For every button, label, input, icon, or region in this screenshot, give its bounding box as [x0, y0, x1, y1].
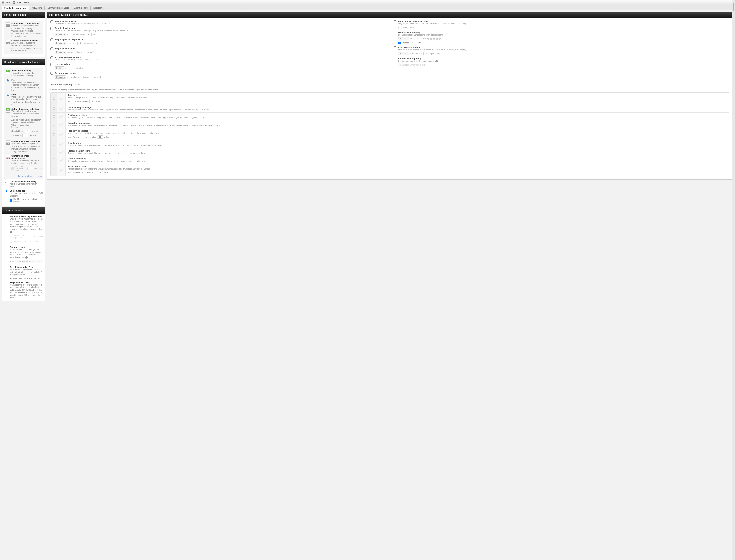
- evp-help-icon[interactable]: ?: [435, 60, 438, 62]
- lvc-select[interactable]: Require: [398, 52, 409, 55]
- save-button[interactable]: Save: [2, 1, 10, 4]
- rd-mid: approved documents during assignment: [67, 76, 101, 78]
- reo-amt-input[interactable]: [415, 26, 426, 29]
- rvr-select[interactable]: Require: [398, 37, 409, 40]
- uoa-toggle[interactable]: OFF: [6, 140, 10, 145]
- reo-checkbox[interactable]: [394, 20, 396, 23]
- drag-handle-icon[interactable]: [51, 148, 57, 156]
- drag-handle-icon[interactable]: [51, 120, 57, 128]
- lvc-input[interactable]: [423, 52, 429, 55]
- drag-handle-icon[interactable]: [51, 93, 57, 105]
- allow-bid-toggle[interactable]: ON: [6, 70, 10, 74]
- star-icon[interactable]: [427, 38, 430, 40]
- cfp-radio[interactable]: [5, 190, 7, 192]
- rvr-stars[interactable]: [427, 38, 441, 40]
- swf-item[interactable]: Quality ratingA compiled rating that is …: [51, 140, 729, 148]
- swf-item[interactable]: Revision turn timeNumber of hours betwee…: [51, 164, 729, 176]
- scrollbar[interactable]: ▲: [732, 0, 735, 560]
- swf-item[interactable]: Proximity to subjectvendors located clos…: [51, 128, 729, 140]
- lvc-title: Limit vendor capacity: [398, 46, 729, 49]
- swf-item[interactable]: Rework percentageThe number of assignmen…: [51, 156, 729, 164]
- scrollbar-thumb[interactable]: [733, 3, 734, 11]
- tab-amc-firms[interactable]: AMC/Firms: [29, 6, 45, 10]
- sel-most-input[interactable]: [22, 134, 28, 137]
- swf-content: Professionalism ratingA compiled rating …: [66, 148, 729, 156]
- swf-item[interactable]: Expiration percentageThe number of order…: [51, 120, 729, 128]
- rsv-mid: assignment to a vendor on staff: [67, 51, 93, 53]
- us-checkbox[interactable]: [50, 63, 53, 66]
- date-lock-icon[interactable]: [6, 94, 9, 96]
- swf-extra-input[interactable]: [97, 171, 103, 174]
- swf-item[interactable]: Acceptance percentageThe percentage of o…: [51, 105, 729, 112]
- configure-auto-link[interactable]: Configure automatic settings: [17, 175, 42, 177]
- sgp-help-icon[interactable]: ?: [25, 256, 28, 259]
- tab-inspectors[interactable]: Inspectors: [90, 6, 105, 10]
- drag-handle-icon[interactable]: [51, 128, 57, 140]
- rd-checkbox[interactable]: [50, 72, 53, 75]
- swf-item-desc: The percentage of orders that are comple…: [68, 117, 727, 119]
- fee-lock-icon[interactable]: [6, 79, 9, 82]
- swf-extra-input[interactable]: [98, 135, 103, 139]
- evp-cuv-checkbox: [398, 64, 401, 66]
- rye-select[interactable]: Require: [55, 42, 66, 45]
- default-vendors-button[interactable]: Default vendors: [12, 1, 30, 4]
- sel-least-input[interactable]: [25, 130, 30, 133]
- mnd-radio[interactable]: [5, 181, 7, 183]
- scroll-up-icon[interactable]: ▲: [732, 0, 735, 3]
- rye-checkbox[interactable]: [50, 38, 53, 41]
- rd-select[interactable]: Require: [55, 75, 66, 79]
- us-select[interactable]: Prefer: [55, 66, 64, 70]
- star-icon[interactable]: [436, 38, 438, 40]
- drag-handle-icon[interactable]: [51, 156, 57, 164]
- swf-item[interactable]: Turn timeNumber of days between the time…: [51, 93, 729, 105]
- rvr-cnv-checkbox[interactable]: [398, 42, 401, 44]
- sgp-to-label: To: [29, 260, 31, 262]
- swf-item[interactable]: On time percentageThe percentage of orde…: [51, 112, 729, 120]
- sgp-to-select[interactable]: 9:00 AM: [32, 260, 43, 263]
- rvr-checkbox[interactable]: [394, 32, 396, 34]
- check-icon: [57, 93, 66, 105]
- swf-list: Turn timeNumber of days between the time…: [50, 92, 729, 176]
- rvr-desc: Define acceptable vendor rating when pla…: [398, 34, 729, 36]
- rlv-checkbox[interactable]: [50, 27, 53, 30]
- ptf-checkbox[interactable]: [5, 266, 7, 269]
- rmx-checkbox[interactable]: [5, 282, 7, 284]
- drag-handle-icon[interactable]: [51, 105, 57, 112]
- avs-toggle[interactable]: ON: [6, 108, 10, 113]
- evp-checkbox[interactable]: [394, 58, 396, 60]
- sdoe-help-icon[interactable]: ?: [10, 231, 12, 233]
- dbd-unit: hours: [34, 240, 39, 242]
- swf-item-desc: The percentage of orders that vendor has…: [68, 109, 727, 111]
- dbc-toggle[interactable]: OFF: [6, 22, 10, 27]
- drag-handle-icon[interactable]: [51, 113, 57, 120]
- rsv-checkbox[interactable]: [50, 47, 53, 50]
- sdoe-checkbox[interactable]: [5, 216, 7, 218]
- epd-checkbox[interactable]: [50, 56, 53, 59]
- evp-cuv-label: Consider unranked vendors: [402, 64, 425, 66]
- tab-residential-appraisers[interactable]: Residential appraisers: [2, 6, 29, 10]
- sgp-from-select[interactable]: 11:00 PM: [15, 260, 28, 263]
- tab-agent-brokers[interactable]: Agent/Brokers: [72, 6, 90, 10]
- rsv-select[interactable]: Require: [55, 51, 66, 54]
- uor-toggle[interactable]: OFF: [6, 155, 10, 159]
- swf-item[interactable]: Professionalism ratingA compiled rating …: [51, 148, 729, 156]
- drag-handle-icon[interactable]: [51, 140, 57, 148]
- drag-handle-icon[interactable]: [51, 164, 57, 176]
- sgp-checkbox[interactable]: [5, 246, 7, 249]
- reo-amt-label: Amount required $: [398, 26, 414, 29]
- star-icon[interactable]: [430, 38, 432, 40]
- tab-commercial-appraisers[interactable]: Commercial appraisers: [45, 6, 71, 10]
- rvr-cnv-label: Consider new vendors: [402, 42, 421, 44]
- reo-desc: Only select vendors who have specified t…: [398, 23, 729, 25]
- swf-extra-input[interactable]: [89, 100, 95, 103]
- rvl-checkbox[interactable]: [50, 20, 53, 23]
- rlv-select[interactable]: Require: [55, 33, 66, 36]
- ras-panel: Residential appraisal selection ON Allow…: [2, 59, 45, 206]
- cco-toggle[interactable]: OFF: [6, 40, 10, 44]
- rlv-input[interactable]: [86, 33, 92, 36]
- star-icon[interactable]: [433, 38, 435, 40]
- lvc-checkbox[interactable]: [394, 46, 396, 49]
- cfp-backup-checkbox[interactable]: [10, 199, 12, 202]
- star-icon[interactable]: [438, 38, 441, 40]
- rye-input[interactable]: [77, 42, 83, 45]
